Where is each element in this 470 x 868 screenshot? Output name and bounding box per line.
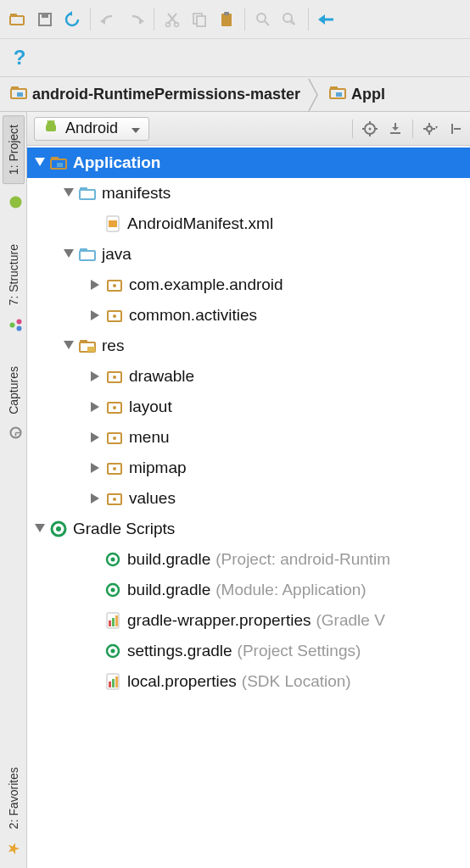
svg-line-16 <box>265 21 269 25</box>
toolbar-separator <box>154 8 154 31</box>
collapse-arrow-icon[interactable] <box>88 399 104 415</box>
tree-node-res-folder[interactable]: mipmap <box>27 453 470 483</box>
svg-rect-79 <box>80 340 87 343</box>
tree-node-res-folder[interactable]: menu <box>27 422 470 453</box>
tree-node-manifest-file[interactable]: AndroidManifest.xml <box>27 209 470 239</box>
open-icon[interactable] <box>5 7 31 32</box>
svg-point-83 <box>113 376 116 379</box>
tree-node-res[interactable]: res <box>27 331 470 361</box>
find-icon[interactable] <box>250 7 276 32</box>
svg-point-9 <box>166 22 171 26</box>
svg-rect-65 <box>80 187 87 191</box>
svg-marker-81 <box>91 371 99 381</box>
tree-label: mipmap <box>129 459 187 477</box>
svg-rect-80 <box>87 347 95 352</box>
tree-label: values <box>129 489 176 508</box>
svg-rect-104 <box>109 620 111 626</box>
hide-panel-icon[interactable] <box>445 118 467 140</box>
expand-arrow-icon[interactable] <box>61 338 76 353</box>
project-tree[interactable]: Application manifests AndroidManifest.xm… <box>27 146 470 868</box>
tree-node-gradle-file[interactable]: settings.gradle (Project Settings) <box>27 636 470 666</box>
tree-node-properties-file[interactable]: gradle-wrapper.properties (Gradle V <box>27 605 470 636</box>
svg-rect-24 <box>17 92 23 97</box>
collapse-arrow-icon[interactable] <box>88 460 104 476</box>
android-icon <box>3 195 23 210</box>
tree-node-gradle-file[interactable]: build.gradle (Module: Application) <box>27 575 470 605</box>
svg-point-48 <box>427 126 432 131</box>
collapse-arrow-icon[interactable] <box>88 491 104 506</box>
main-toolbar: A <box>0 0 470 39</box>
expand-arrow-icon[interactable] <box>61 247 76 262</box>
tree-label: build.gradle <box>127 581 210 599</box>
svg-rect-1 <box>10 14 17 17</box>
folder-icon <box>78 184 97 203</box>
collapse-arrow-icon[interactable] <box>88 430 104 445</box>
package-icon <box>105 398 124 416</box>
svg-point-31 <box>9 322 14 327</box>
undo-icon[interactable] <box>96 7 121 32</box>
gear-icon[interactable] <box>419 118 441 140</box>
svg-marker-59 <box>35 158 45 166</box>
res-folder-icon <box>78 337 97 355</box>
svg-marker-53 <box>435 126 438 129</box>
tool-tab-favorites[interactable]: 2: Favorites <box>3 759 24 837</box>
tree-label-suffix: (SDK Location) <box>242 672 351 691</box>
collapse-arrow-icon[interactable] <box>88 369 104 384</box>
svg-point-29 <box>16 319 21 324</box>
tree-node-application[interactable]: Application <box>27 147 470 178</box>
svg-rect-13 <box>221 14 232 26</box>
collapse-arrow-icon[interactable] <box>88 277 104 292</box>
svg-marker-5 <box>100 18 105 25</box>
tree-node-res-folder[interactable]: drawable <box>27 361 470 392</box>
tree-node-java[interactable]: java <box>27 239 470 270</box>
breadcrumb-chevron-icon <box>307 77 319 113</box>
back-icon[interactable] <box>314 7 339 32</box>
copy-icon[interactable] <box>187 7 212 32</box>
tree-label: menu <box>129 428 170 447</box>
captures-icon <box>4 426 22 440</box>
svg-rect-62 <box>57 163 63 167</box>
tree-node-properties-file[interactable]: local.properties (SDK Location) <box>27 666 470 697</box>
svg-point-30 <box>16 326 21 331</box>
svg-rect-35 <box>46 125 56 131</box>
tree-node-gradle-scripts[interactable]: Gradle Scripts <box>27 514 470 544</box>
tree-label: common.activities <box>129 306 257 325</box>
tree-node-package[interactable]: common.activities <box>27 300 470 331</box>
svg-point-15 <box>257 14 266 22</box>
collapse-all-icon[interactable] <box>384 118 406 140</box>
svg-rect-70 <box>80 248 87 252</box>
toolbar-separator <box>90 8 91 31</box>
svg-point-98 <box>56 526 61 531</box>
svg-point-92 <box>113 467 116 470</box>
tree-node-gradle-file[interactable]: build.gradle (Project: android-Runtim <box>27 544 470 575</box>
replace-icon[interactable]: A <box>277 7 303 32</box>
project-view-selector[interactable]: Android <box>34 117 149 141</box>
paste-icon[interactable] <box>214 7 239 32</box>
svg-rect-23 <box>11 86 19 90</box>
expand-arrow-icon[interactable] <box>32 155 48 170</box>
expand-arrow-icon[interactable] <box>61 186 76 201</box>
tree-node-res-folder[interactable]: layout <box>27 392 470 422</box>
package-icon <box>105 489 124 508</box>
expand-arrow-icon[interactable] <box>32 521 48 537</box>
tool-tab-structure[interactable]: 7: Structure <box>3 236 24 314</box>
tree-label-suffix: (Project: android-Runtim <box>215 550 390 569</box>
redo-icon[interactable] <box>123 7 148 32</box>
sync-icon[interactable] <box>59 7 85 32</box>
svg-marker-46 <box>392 127 399 131</box>
help-icon[interactable]: ? <box>7 45 32 70</box>
breadcrumb-child[interactable]: Appl <box>319 77 392 111</box>
tool-tab-captures[interactable]: Captures <box>3 358 24 423</box>
tool-tab-project[interactable]: 1: Project <box>3 115 25 184</box>
scroll-to-source-icon[interactable] <box>359 118 381 140</box>
collapse-arrow-icon[interactable] <box>88 308 104 323</box>
tree-node-res-folder[interactable]: values <box>27 483 470 514</box>
cut-icon[interactable] <box>159 7 185 32</box>
svg-marker-63 <box>64 188 74 197</box>
tree-node-manifests[interactable]: manifests <box>27 178 470 209</box>
save-icon[interactable] <box>32 7 58 32</box>
svg-rect-69 <box>80 251 95 260</box>
tree-node-package[interactable]: com.example.android <box>27 270 470 300</box>
breadcrumb-root[interactable]: android-RuntimePermissions-master <box>0 77 307 111</box>
svg-point-108 <box>111 649 115 654</box>
